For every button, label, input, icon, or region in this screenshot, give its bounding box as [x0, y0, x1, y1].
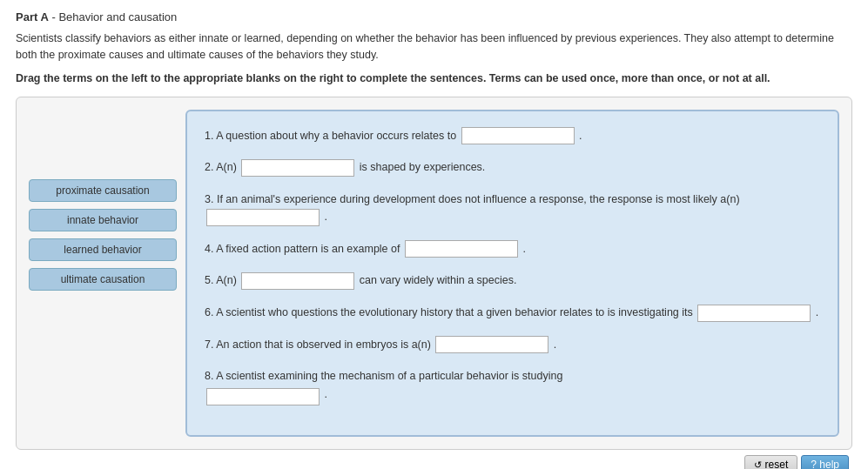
part-dash: -	[49, 10, 59, 23]
sentence-row-8: 8. A scientist examining the mechanism o…	[205, 367, 820, 405]
sentence-6-before: A scientist who questions the evolutiona…	[216, 306, 696, 318]
sentence-3-number: 3.	[205, 193, 213, 205]
sentence-1-number: 1.	[205, 130, 213, 142]
exercise-area: proximate causation innate behavior lear…	[16, 97, 852, 451]
blank-4[interactable]	[405, 240, 518, 258]
sentence-5-before: A(n)	[216, 274, 239, 286]
part-label: Part A	[16, 10, 49, 23]
term-learned-behavior[interactable]: learned behavior	[29, 238, 177, 261]
footer-bar: ↺ reset ? help	[16, 450, 852, 469]
term-innate-behavior[interactable]: innate behavior	[29, 209, 177, 231]
sentence-6-number: 6.	[205, 306, 213, 318]
sentence-row-4: 4. A fixed action pattern is an example …	[205, 240, 820, 258]
blank-8[interactable]	[206, 388, 320, 405]
terms-column: proximate causation innate behavior lear…	[29, 110, 185, 291]
sentences-area: 1. A question about why a behavior occur…	[185, 110, 839, 438]
sentence-3-before: If an animal's experience during develop…	[217, 193, 740, 205]
blank-6[interactable]	[697, 305, 811, 322]
sentence-7-after: .	[554, 338, 556, 351]
help-label: ? help	[811, 459, 839, 469]
blank-2[interactable]	[241, 159, 354, 177]
sentence-6-after: .	[816, 306, 818, 318]
sentence-8-before: A scientist examining the mechanism of a…	[216, 370, 562, 382]
sentence-row-5: 5. A(n) can vary widely within a species…	[205, 271, 820, 290]
sentence-row-7: 7. An action that is observed in embryos…	[205, 336, 820, 354]
reset-icon: ↺	[754, 459, 762, 469]
blank-7[interactable]	[435, 336, 548, 353]
term-proximate-causation[interactable]: proximate causation	[29, 179, 177, 202]
section-title: Behavior and causation	[58, 10, 177, 23]
sentence-8-number: 8.	[205, 370, 213, 382]
help-button[interactable]: ? help	[801, 455, 849, 469]
description-text: Scientists classify behaviors as either …	[16, 30, 834, 64]
sentence-row-1: 1. A question about why a behavior occur…	[205, 127, 820, 145]
sentence-7-before: An action that is observed in embryos is…	[216, 338, 434, 351]
sentence-2-after: is shaped by experiences.	[360, 161, 486, 173]
reset-label: reset	[765, 459, 789, 469]
blank-3[interactable]	[206, 209, 320, 226]
sentence-1-after: .	[579, 130, 582, 142]
sentence-2-number: 2.	[205, 161, 213, 173]
blank-1[interactable]	[461, 127, 575, 144]
sentence-row-2: 2. A(n) is shaped by experiences.	[205, 158, 820, 177]
part-title: Part A - Behavior and causation	[16, 10, 852, 23]
sentence-3-after: .	[324, 211, 326, 223]
sentence-5-number: 5.	[205, 274, 213, 286]
sentence-2-before: A(n)	[216, 161, 239, 173]
sentence-8-after: .	[324, 389, 326, 401]
sentence-1-before: A question about why a behavior occurs r…	[216, 130, 459, 142]
sentence-4-after: .	[522, 243, 525, 255]
reset-button[interactable]: ↺ reset	[744, 455, 798, 469]
page-container: Part A - Behavior and causation Scientis…	[0, 0, 868, 469]
sentence-row-6: 6. A scientist who questions the evoluti…	[205, 304, 820, 322]
sentence-4-number: 4.	[205, 243, 213, 255]
term-ultimate-causation[interactable]: ultimate causation	[29, 268, 177, 291]
sentence-7-number: 7.	[205, 338, 213, 351]
blank-5[interactable]	[241, 272, 354, 290]
instructions-text: Drag the terms on the left to the approp…	[16, 72, 852, 84]
sentence-row-3: 3. If an animal's experience during deve…	[205, 191, 820, 226]
sentence-4-before: A fixed action pattern is an example of	[216, 243, 403, 255]
sentence-5-after: can vary widely within a species.	[360, 274, 517, 286]
